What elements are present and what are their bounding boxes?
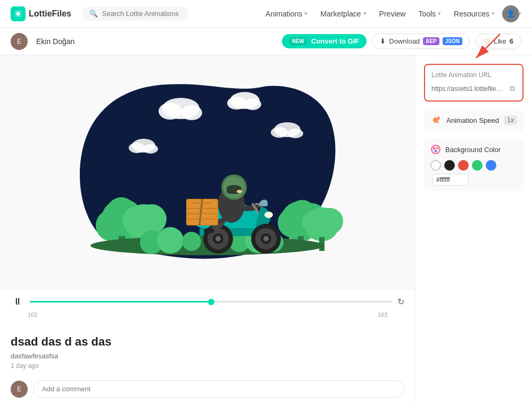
left-panel: ⏸ ↻ 102 103 dsad das d as das dasfawfesa… <box>0 55 415 403</box>
animation-area <box>0 55 415 289</box>
bg-color-header: Background Color <box>430 144 517 155</box>
color-swatch-white[interactable] <box>430 160 441 171</box>
progress-dot <box>208 299 214 305</box>
svg-point-3 <box>181 105 202 120</box>
nav-resources[interactable]: Resources ▾ <box>448 6 500 21</box>
right-panel: Lottie Animation URL ⧉ Animation Speed 1… <box>415 55 532 403</box>
svg-point-46 <box>263 236 269 241</box>
logo-text: LottieFiles <box>29 9 71 19</box>
svg-point-51 <box>237 190 242 193</box>
progress-bar-container: ⏸ ↻ <box>11 294 404 309</box>
svg-point-33 <box>157 227 184 254</box>
chevron-down-icon: ▾ <box>363 10 367 17</box>
chevron-down-icon: ▾ <box>438 10 441 17</box>
avatar-dropdown-icon: ▾ <box>518 10 521 17</box>
svg-point-12 <box>287 129 303 138</box>
aep-tag: AEP <box>423 37 439 45</box>
animation-subtitle: dasfawfesasfsa <box>11 352 404 360</box>
svg-point-9 <box>143 144 158 154</box>
search-icon: 🔍 <box>89 10 98 18</box>
comment-area: E <box>0 375 415 403</box>
svg-point-29 <box>302 211 326 234</box>
user-avatar[interactable]: E <box>11 33 28 50</box>
url-box-label: Lottie Animation URL <box>431 71 516 79</box>
animation-date: 1 day ago <box>11 362 404 370</box>
chevron-down-icon: ▾ <box>304 10 307 17</box>
color-swatch-red[interactable] <box>458 160 469 171</box>
color-swatch-green[interactable] <box>472 160 483 171</box>
animation-speed-section: Animation Speed 1x <box>424 109 523 131</box>
chevron-down-icon: ▾ <box>492 10 495 17</box>
download-icon: ⬇ <box>380 37 386 45</box>
svg-point-11 <box>271 127 288 138</box>
svg-point-42 <box>215 236 221 241</box>
hex-input[interactable] <box>433 174 469 186</box>
svg-point-38 <box>264 212 273 218</box>
like-button[interactable]: ♡ Like 6 <box>476 33 521 49</box>
heart-icon: ♡ <box>484 37 491 46</box>
svg-point-34 <box>182 232 201 251</box>
url-box: Lottie Animation URL ⧉ <box>424 64 523 102</box>
svg-point-6 <box>244 98 261 110</box>
logo-icon <box>11 6 26 21</box>
search-input[interactable] <box>102 10 181 18</box>
subheader: E Ekin Doğan NEW Convert to GIF ⬇ Downlo… <box>0 28 532 55</box>
pause-button[interactable]: ⏸ <box>11 294 24 309</box>
nav-links: Animations ▾ Marketplace ▾ Preview Tools… <box>260 5 521 22</box>
svg-point-20 <box>122 207 149 233</box>
avatar[interactable]: 👤 <box>502 5 519 22</box>
playback-controls: ⏸ ↻ 102 103 <box>0 289 415 324</box>
color-swatch-blue[interactable] <box>486 160 496 171</box>
download-button[interactable]: ⬇ Download AEP JSON <box>372 33 470 49</box>
nav-tools[interactable]: Tools ▾ <box>413 6 446 21</box>
url-input-row: ⧉ <box>431 83 516 94</box>
frame-labels: 102 103 <box>11 312 404 318</box>
search-bar[interactable]: 🔍 <box>82 6 188 21</box>
palette-icon <box>430 144 441 155</box>
speed-value: 1x <box>504 115 517 125</box>
speed-icon <box>430 114 442 126</box>
main-content: ⏸ ↻ 102 103 dsad das d as das dasfawfesa… <box>0 55 532 403</box>
refresh-button[interactable]: ↻ <box>397 297 404 307</box>
info-section: dsad das d as das dasfawfesasfsa 1 day a… <box>0 324 415 375</box>
frame-end-label: 103 <box>378 312 387 318</box>
speed-label: Animation Speed <box>446 116 500 124</box>
nav-preview[interactable]: Preview <box>374 6 411 21</box>
svg-point-63 <box>436 147 438 149</box>
copy-url-button[interactable]: ⧉ <box>509 83 516 94</box>
svg-point-8 <box>129 142 145 153</box>
progress-track[interactable] <box>30 301 392 303</box>
frame-start-label: 102 <box>28 312 37 318</box>
logo[interactable]: LottieFiles <box>11 6 71 21</box>
svg-point-62 <box>433 147 435 149</box>
color-swatch-black[interactable] <box>444 160 455 171</box>
progress-fill <box>30 301 211 303</box>
svg-point-64 <box>435 150 437 152</box>
nav-animations[interactable]: Animations ▾ <box>260 6 313 21</box>
animation-title: dsad das d as das <box>11 335 404 349</box>
commenter-avatar: E <box>11 381 28 398</box>
color-swatches <box>430 160 517 186</box>
new-badge: NEW <box>289 37 307 45</box>
url-input[interactable] <box>431 85 505 93</box>
nav-marketplace[interactable]: Marketplace ▾ <box>315 6 371 21</box>
svg-point-5 <box>227 97 246 110</box>
svg-point-2 <box>159 103 182 120</box>
svg-point-48 <box>204 228 214 233</box>
comment-input[interactable] <box>33 380 404 398</box>
animation-illustration <box>59 77 356 268</box>
convert-gif-button[interactable]: NEW Convert to GIF <box>282 34 367 48</box>
navbar: LottieFiles 🔍 Animations ▾ Marketplace ▾… <box>0 0 532 28</box>
background-color-section: Background Color <box>424 139 523 191</box>
json-tag: JSON <box>443 37 462 45</box>
username: Ekin Doğan <box>36 37 74 46</box>
bg-color-label: Background Color <box>445 146 501 154</box>
subheader-actions: NEW Convert to GIF ⬇ Download AEP JSON ♡… <box>282 33 521 49</box>
